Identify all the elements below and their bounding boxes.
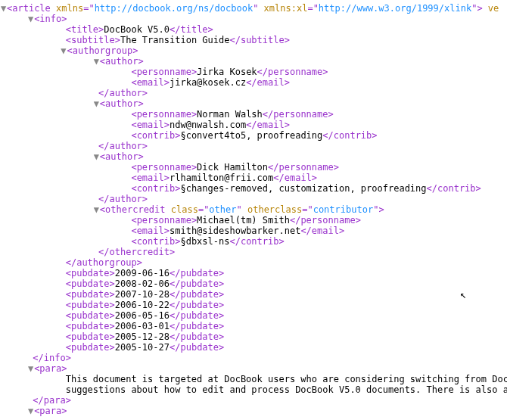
- text-node: 2009-06-16: [115, 268, 170, 278]
- text-node: DocBook V5.0: [104, 24, 170, 35]
- xml-row[interactable]: <email>smith@sideshowbarker.net</email>: [0, 226, 507, 236]
- text-node: jirka@kosek.cz: [170, 77, 246, 88]
- xml-row[interactable]: ▼<author>: [0, 151, 507, 162]
- xml-row[interactable]: <title>DocBook V5.0</title>: [0, 24, 507, 35]
- text-node: ndw@nwalsh.com: [170, 120, 246, 130]
- xml-row[interactable]: </authorgroup>: [0, 257, 507, 268]
- xml-row[interactable]: ▼<author>: [0, 98, 507, 109]
- xml-row[interactable]: <pubdate>2008-02-06</pubdate>: [0, 278, 507, 289]
- xml-row[interactable]: <pubdate>2009-06-16</pubdate>: [0, 268, 507, 278]
- xml-row[interactable]: <pubdate>2007-10-28</pubdate>: [0, 289, 507, 300]
- text-node: 2006-03-01: [115, 321, 170, 331]
- xml-row[interactable]: ▼<author>: [0, 56, 507, 67]
- text-node: Dick Hamilton: [197, 162, 268, 173]
- xml-row[interactable]: <contrib>§changes-removed, customization…: [0, 183, 507, 194]
- fold-twisty[interactable]: ▼: [93, 151, 100, 162]
- xml-row[interactable]: <personname>Norman Walsh</personname>: [0, 109, 507, 120]
- text-node: 2008-02-06: [115, 278, 170, 289]
- text-node: §dbxsl-ns: [180, 236, 229, 247]
- xml-row[interactable]: ▼<authorgroup>: [0, 45, 507, 56]
- xml-row[interactable]: <personname>Jirka Kosek</personname>: [0, 67, 507, 77]
- xml-row[interactable]: <personname>Dick Hamilton</personname>: [0, 162, 507, 173]
- xml-row[interactable]: ▼<info>: [0, 14, 507, 24]
- fold-twisty[interactable]: ▼: [60, 45, 67, 56]
- xml-row[interactable]: <contrib>§convert4to5, proofreading</con…: [0, 130, 507, 141]
- text-node: §convert4to5, proofreading: [180, 130, 322, 141]
- xml-row[interactable]: <email>ndw@nwalsh.com</email>: [0, 120, 507, 130]
- text-node: §changes-removed, customization, proofre…: [180, 183, 426, 194]
- xml-row[interactable]: </author>: [0, 194, 507, 204]
- text-node: smith@sideshowbarker.net: [170, 226, 300, 236]
- xml-row[interactable]: <email>jirka@kosek.cz</email>: [0, 77, 507, 88]
- xml-row[interactable]: </othercredit>: [0, 247, 507, 257]
- xml-row[interactable]: ▼<para>: [0, 363, 507, 374]
- xml-row[interactable]: suggestions about how to edit and proces…: [0, 384, 507, 395]
- text-node: Michael(tm) Smith: [197, 215, 290, 226]
- text-node: 2007-10-28: [115, 289, 170, 300]
- xml-row[interactable]: ▼<para>: [0, 406, 507, 416]
- text-node: Norman Walsh: [197, 109, 263, 120]
- fold-twisty[interactable]: ▼: [27, 406, 34, 416]
- text-node: 2005-10-27: [115, 342, 170, 353]
- xml-row[interactable]: </author>: [0, 141, 507, 151]
- xml-row[interactable]: <pubdate>2005-10-27</pubdate>: [0, 342, 507, 353]
- xml-row[interactable]: </para>: [0, 395, 507, 406]
- fold-twisty[interactable]: ▼: [93, 98, 100, 109]
- xml-row[interactable]: <contrib>§dbxsl-ns</contrib>: [0, 236, 507, 247]
- xml-row[interactable]: </info>: [0, 353, 507, 363]
- xml-row[interactable]: This document is targeted at DocBook use…: [0, 374, 507, 384]
- xml-row[interactable]: <subtitle>The Transition Guide</subtitle…: [0, 35, 507, 45]
- text-node: rlhamilton@frii.com: [170, 173, 273, 183]
- xml-row[interactable]: <pubdate>2006-03-01</pubdate>: [0, 321, 507, 331]
- xml-row[interactable]: ▼<othercredit class="other" otherclass="…: [0, 204, 507, 215]
- fold-twisty[interactable]: ▼: [27, 14, 34, 24]
- text-node: The Transition Guide: [120, 35, 230, 45]
- xml-row[interactable]: <pubdate>2006-10-22</pubdate>: [0, 300, 507, 310]
- fold-twisty[interactable]: ▼: [93, 56, 100, 67]
- xml-row[interactable]: <pubdate>2006-05-16</pubdate>: [0, 310, 507, 321]
- xml-row[interactable]: <pubdate>2005-12-28</pubdate>: [0, 331, 507, 342]
- fold-twisty[interactable]: ▼: [93, 204, 100, 215]
- xml-row[interactable]: ▼<article xmlns="http://docbook.org/ns/d…: [0, 3, 507, 14]
- text-node: suggestions about how to edit and proces…: [66, 384, 507, 395]
- text-node: This document is targeted at DocBook use…: [66, 374, 507, 384]
- text-node: 2005-12-28: [115, 331, 170, 342]
- text-node: 2006-10-22: [115, 300, 170, 310]
- text-node: Jirka Kosek: [197, 67, 257, 77]
- fold-twisty[interactable]: ▼: [27, 363, 34, 374]
- xml-tree-view[interactable]: ▼<article xmlns="http://docbook.org/ns/d…: [0, 0, 507, 416]
- text-node: 2006-05-16: [115, 310, 170, 321]
- xml-row[interactable]: </author>: [0, 88, 507, 98]
- xml-row[interactable]: <personname>Michael(tm) Smith</personnam…: [0, 215, 507, 226]
- fold-twisty[interactable]: ▼: [0, 3, 7, 14]
- xml-row[interactable]: <email>rlhamilton@frii.com</email>: [0, 173, 507, 183]
